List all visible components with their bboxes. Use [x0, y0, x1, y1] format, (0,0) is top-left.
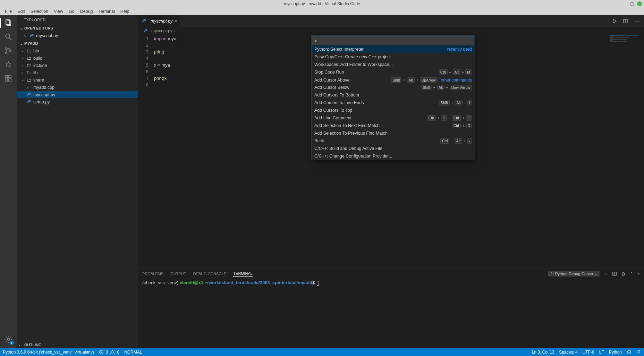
palette-item-right: recently used — [445, 47, 472, 52]
extensions-icon[interactable] — [3, 74, 13, 83]
close-editor-icon[interactable]: × — [24, 33, 29, 38]
notifications-icon[interactable] — [636, 350, 641, 355]
explorer-icon[interactable] — [3, 18, 13, 28]
settings-icon[interactable]: 1 — [3, 334, 13, 344]
palette-item[interactable]: Add Cursors To Top — [312, 107, 475, 114]
status-python[interactable]: Python 3.6.9 64-bit ('check_vsc_venv': v… — [3, 350, 94, 355]
svg-point-6 — [10, 50, 11, 52]
new-terminal-icon[interactable]: ＋ — [604, 271, 608, 277]
minimap[interactable] — [609, 35, 639, 269]
maximize-panel-icon[interactable]: ⌃ — [630, 271, 633, 276]
breadcrumb[interactable]: myscript.py › — [138, 27, 644, 35]
menu-terminal[interactable]: Terminal — [96, 9, 118, 14]
palette-item[interactable]: Workspaces: Add Folder to Workspace... — [312, 61, 475, 68]
menu-edit[interactable]: Edit — [15, 9, 28, 14]
panel-tabs: PROBLEMS OUTPUT DEBUG CONSOLE TERMINAL 1… — [138, 269, 644, 279]
tree-item[interactable]: ›lib — [17, 69, 138, 76]
palette-item[interactable]: C/C++: Build and Debug Active File — [312, 145, 475, 152]
svg-rect-14 — [5, 79, 8, 81]
status-language[interactable]: Python — [609, 350, 622, 355]
maximize-icon[interactable]: ▢ — [629, 1, 634, 6]
palette-item[interactable]: Python: Select Interpreterrecently used — [312, 45, 475, 53]
debug-icon[interactable] — [3, 60, 13, 69]
svg-rect-13 — [5, 75, 8, 78]
tree-item[interactable]: ›share — [17, 76, 138, 84]
folder-header[interactable]: ⌄ MYADD — [17, 40, 138, 47]
palette-item-right: Shift+Alt+UpArrowother commands — [391, 77, 472, 83]
search-icon[interactable] — [3, 32, 13, 42]
palette-item-label: Add Selection To Previous Find Match — [314, 131, 388, 136]
chevron-right-icon: › — [22, 49, 26, 53]
python-file-icon — [29, 33, 35, 39]
tab-myscript[interactable]: myscript.py × — [138, 15, 180, 27]
menu-file[interactable]: File — [2, 9, 15, 14]
palette-item-right: Ctrl+Alt+M — [439, 69, 472, 75]
palette-item[interactable]: C/C++: Change Configuration Provider... — [312, 152, 475, 160]
menu-help[interactable]: Help — [118, 9, 132, 14]
palette-item[interactable]: Easy Cpp/C++: Create new C++ project — [312, 53, 475, 61]
svg-line-10 — [10, 63, 11, 64]
palette-item[interactable]: Stop Code RunCtrl+Alt+M — [312, 68, 475, 76]
outline-header[interactable]: › OUTLINE — [17, 341, 138, 348]
menu-selection[interactable]: Selection — [28, 9, 51, 14]
status-indent[interactable]: Spaces: 4 — [559, 350, 577, 355]
close-panel-icon[interactable]: × — [637, 271, 640, 276]
status-encoding[interactable]: UTF-8 — [583, 350, 594, 355]
open-editor-item[interactable]: × myscript.py — [17, 32, 138, 40]
split-editor-icon[interactable] — [622, 17, 629, 25]
python-file-icon — [26, 99, 32, 105]
close-tab-icon[interactable]: × — [175, 19, 177, 24]
status-cursor-pos[interactable]: Ln 3, Col 13 — [532, 350, 554, 355]
more-icon[interactable] — [633, 17, 641, 25]
source-control-icon[interactable] — [3, 46, 13, 56]
term-userhost: elendil@x1 — [180, 280, 203, 285]
terminal-selector[interactable]: 1: Python Debug Conso — [548, 271, 600, 277]
feedback-icon[interactable] — [627, 350, 632, 355]
activitybar: 1 — [0, 15, 17, 348]
palette-input[interactable]: > — [312, 36, 474, 45]
menu-go[interactable]: Go — [66, 9, 77, 14]
palette-item[interactable]: Add Cursor AboveShift+Alt+UpArrowother c… — [312, 76, 475, 84]
settings-badge: 1 — [9, 341, 14, 345]
term-path: ~/work/island_birds/code/2003_cpinterfac… — [205, 280, 312, 285]
palette-item[interactable]: Add Cursor BelowShift+Alt+DownArrow — [312, 84, 475, 91]
terminal-body[interactable]: (check_vsc_venv) elendil@x1:~/work/islan… — [138, 279, 644, 348]
status-problems[interactable]: 0 0 — [99, 350, 119, 355]
panel-tab-terminal[interactable]: TERMINAL — [233, 271, 253, 277]
palette-item[interactable]: Add Selection To Previous Find Match — [312, 129, 475, 137]
editor-surface[interactable]: 12345678 import myaprint(x = myaprint(x … — [138, 35, 644, 269]
tree-item[interactable]: ·Cmyadd.cpp — [17, 84, 138, 91]
tree-item[interactable]: ·setup.py — [17, 98, 138, 105]
palette-item[interactable]: BackCtrl+Alt+- — [312, 137, 475, 145]
palette-item-label: Stop Code Run — [314, 70, 344, 75]
palette-item-label: Add Selection To Next Find Match — [314, 123, 380, 128]
palette-item[interactable]: Add Cursors To Bottom — [312, 91, 475, 99]
open-editors-header[interactable]: ⌄ OPEN EDITORS — [17, 24, 138, 32]
svg-rect-1 — [7, 21, 11, 26]
palette-item[interactable]: Add Cursors to Line EndsShift+Alt+I — [312, 99, 475, 107]
tree-item[interactable]: ›build — [17, 54, 138, 62]
folder-label: MYADD — [24, 41, 38, 45]
close-icon[interactable] — [637, 1, 642, 6]
tree-item[interactable]: ·myscript.py — [17, 91, 138, 98]
minimize-icon[interactable]: — — [622, 1, 627, 6]
tree-item-label: setup.py — [33, 100, 50, 104]
palette-item-label: Easy Cpp/C++: Create new C++ project — [314, 54, 391, 59]
status-eol[interactable]: LF — [599, 350, 604, 355]
tree-item[interactable]: ›include — [17, 62, 138, 69]
tree-item[interactable]: ›bin — [17, 47, 138, 54]
panel-tab-output[interactable]: OUTPUT — [170, 272, 186, 276]
chevron-right-icon: › — [22, 56, 26, 60]
panel-tab-problems[interactable]: PROBLEMS — [142, 272, 163, 276]
menu-debug[interactable]: Debug — [77, 9, 96, 14]
run-icon[interactable] — [611, 17, 618, 25]
palette-item[interactable]: Add Selection To Next Find MatchCtrl+D — [312, 122, 475, 129]
palette-item[interactable]: Add Line CommentCtrl+KCtrl+C — [312, 114, 475, 122]
menu-view[interactable]: View — [51, 9, 66, 14]
kill-terminal-icon[interactable] — [621, 272, 626, 276]
panel-tab-debug-console[interactable]: DEBUG CONSOLE — [193, 272, 226, 276]
file-tree: ›bin›build›include›lib›share·Cmyadd.cpp·… — [17, 47, 138, 105]
editor-group: myscript.py × myscript.py › — [138, 15, 644, 348]
split-terminal-icon[interactable] — [612, 271, 617, 276]
svg-line-9 — [6, 63, 7, 64]
